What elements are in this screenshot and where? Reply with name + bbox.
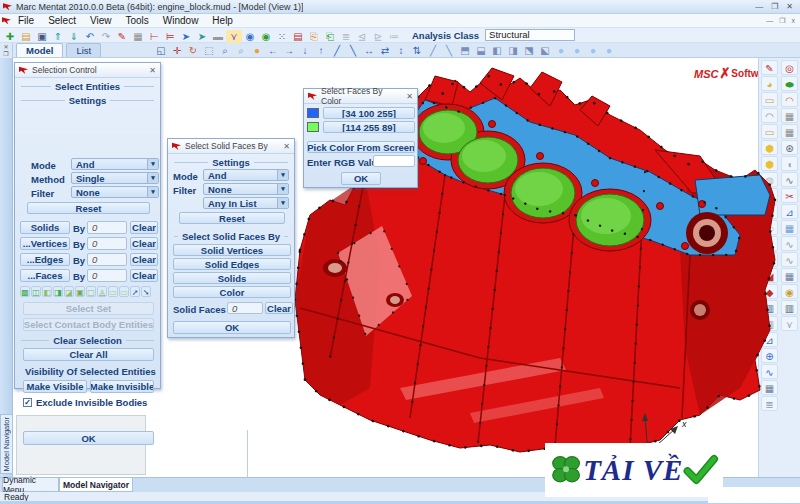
- sel-dir-down-icon[interactable]: ➘: [141, 286, 151, 297]
- panel-pin-icon[interactable]: ❐: [3, 50, 8, 57]
- sel-plane-icon[interactable]: ▣: [75, 286, 85, 297]
- sel-visible-icon[interactable]: ◫: [31, 286, 41, 297]
- list-4-icon[interactable]: ≔: [386, 30, 402, 43]
- pan-down-icon[interactable]: ↓: [297, 44, 313, 57]
- sel-box-icon[interactable]: ◧: [42, 286, 52, 297]
- color-value-blue-button[interactable]: [34 100 255]: [323, 107, 415, 119]
- model-navigator-vertical-tab[interactable]: Model Navigator: [0, 414, 13, 474]
- close-icon[interactable]: ✕: [406, 92, 413, 101]
- ok-button[interactable]: OK: [23, 431, 154, 445]
- rot-cw-icon[interactable]: ╲: [345, 44, 361, 57]
- zoom-out-icon[interactable]: ⌕: [233, 44, 249, 57]
- new-icon[interactable]: ✚: [2, 30, 18, 43]
- exclude-invisible-checkbox[interactable]: ✓: [23, 398, 32, 407]
- save-up-icon[interactable]: ⇑: [50, 30, 66, 43]
- reset-button[interactable]: Reset: [179, 212, 285, 224]
- close-icon[interactable]: ✕: [149, 66, 156, 75]
- sel-all-icon[interactable]: ▩: [20, 286, 30, 297]
- pick-color-button[interactable]: Pick Color From Screen: [307, 141, 415, 153]
- minimize-button[interactable]: —: [755, 1, 763, 13]
- fit-view-icon[interactable]: ◱: [153, 44, 169, 57]
- solid-edges-button[interactable]: Solid Edges: [173, 258, 291, 270]
- color-button[interactable]: Color: [173, 286, 291, 298]
- ok-button[interactable]: OK: [341, 172, 381, 185]
- tab-model-navigator[interactable]: Model Navigator: [59, 478, 133, 492]
- procedure-icon[interactable]: ⊨: [162, 30, 178, 43]
- select-solid-faces-titlebar[interactable]: Select Solid Faces By ✕: [168, 139, 294, 154]
- selection-control-titlebar[interactable]: Selection Control ✕: [15, 63, 160, 78]
- vertices-button[interactable]: ...Vertices: [20, 237, 70, 250]
- sel-poly-icon[interactable]: ◨: [53, 286, 63, 297]
- list-3-icon[interactable]: ⊵: [370, 30, 386, 43]
- edges-clear-button[interactable]: Clear: [130, 253, 158, 266]
- rot-x2-icon[interactable]: ⇄: [377, 44, 393, 57]
- reset-view-icon[interactable]: ↻: [185, 44, 201, 57]
- edges-count-field[interactable]: 0: [87, 253, 127, 266]
- solids-button[interactable]: Solids: [173, 272, 291, 284]
- sel-dir-up-icon[interactable]: ➚: [130, 286, 140, 297]
- save-down-icon[interactable]: ⇓: [66, 30, 82, 43]
- redo-icon[interactable]: ↷: [98, 30, 114, 43]
- sel-tri-icon[interactable]: ◬: [97, 286, 107, 297]
- pan-right-icon[interactable]: →: [281, 44, 297, 57]
- center-view-icon[interactable]: ✛: [169, 44, 185, 57]
- vertices-clear-button[interactable]: Clear: [130, 237, 158, 250]
- pan-left-icon[interactable]: ←: [265, 44, 281, 57]
- solid-vertices-button[interactable]: Solid Vertices: [173, 244, 291, 256]
- mode-combo[interactable]: And▾: [71, 158, 159, 170]
- solids-clear-button[interactable]: Clear: [130, 221, 158, 234]
- tab-list[interactable]: List: [66, 43, 101, 57]
- view-sphere-2-icon[interactable]: ●: [569, 44, 585, 57]
- view-cube-4-icon[interactable]: ◨: [505, 44, 521, 57]
- rot-z-icon[interactable]: ╱: [425, 44, 441, 57]
- edges-button[interactable]: ...Edges: [20, 253, 70, 266]
- analysis-class-combo[interactable]: Structural: [485, 29, 575, 41]
- solid-faces-count-field[interactable]: 0: [227, 302, 263, 314]
- filter-combo[interactable]: None▾: [71, 186, 159, 198]
- filter-combo[interactable]: None▾: [203, 183, 289, 195]
- calculator-icon[interactable]: ▤: [290, 30, 306, 43]
- sel-outline-icon[interactable]: ◪: [64, 286, 74, 297]
- rot-ccw-icon[interactable]: ╱: [329, 44, 345, 57]
- list-mode-combo[interactable]: Any In List▾: [203, 197, 289, 209]
- zoom-box-icon[interactable]: ⬚: [201, 44, 217, 57]
- mdi-minimize-button[interactable]: —: [766, 17, 773, 25]
- rot-x-icon[interactable]: ↔: [361, 44, 377, 57]
- mode-combo[interactable]: And▾: [203, 169, 289, 181]
- undo-icon[interactable]: ↶: [82, 30, 98, 43]
- color-swatch-green[interactable]: [307, 122, 319, 132]
- sel-empty-icon[interactable]: ▢: [86, 286, 96, 297]
- filter-funnel-icon[interactable]: ⋎: [226, 30, 242, 43]
- roller-ball-icon[interactable]: ●: [249, 44, 265, 57]
- select-contact-button[interactable]: Select Contact Body Entities: [23, 318, 154, 331]
- view-sphere-3-icon[interactable]: ●: [585, 44, 601, 57]
- save-icon[interactable]: ▣: [34, 30, 50, 43]
- pick-poly-icon[interactable]: ➤: [194, 30, 210, 43]
- globe-blue-icon[interactable]: ◉: [242, 30, 258, 43]
- copy-icon[interactable]: ⎘: [306, 30, 322, 43]
- grid-points-icon[interactable]: ⁙: [274, 30, 290, 43]
- view-sphere-4-icon[interactable]: ●: [601, 44, 617, 57]
- tab-dynamic-menu[interactable]: Dynamic Menu: [2, 478, 59, 492]
- history-icon[interactable]: ⊢: [146, 30, 162, 43]
- list-1-icon[interactable]: ≣: [338, 30, 354, 43]
- rot-y2-icon[interactable]: ⇅: [409, 44, 425, 57]
- clear-button[interactable]: Clear: [265, 302, 293, 314]
- faces-button[interactable]: ...Faces: [20, 269, 70, 282]
- paste-icon[interactable]: ⎗: [322, 30, 338, 43]
- select-set-button[interactable]: Select Set: [23, 302, 154, 315]
- view-cube-2-icon[interactable]: ⬓: [473, 44, 489, 57]
- view-cube-6-icon[interactable]: ⬕: [537, 44, 553, 57]
- sel-strip1-icon[interactable]: ▭: [108, 286, 118, 297]
- view-cube-3-icon[interactable]: ◧: [489, 44, 505, 57]
- tab-model[interactable]: Model: [16, 43, 63, 57]
- view-sphere-1-icon[interactable]: ●: [553, 44, 569, 57]
- pick-arrow-icon[interactable]: ➤: [178, 30, 194, 43]
- rot-y-icon[interactable]: ↕: [393, 44, 409, 57]
- reset-button[interactable]: Reset: [27, 202, 150, 214]
- vertices-count-field[interactable]: 0: [87, 237, 127, 250]
- table-icon[interactable]: ▦: [130, 30, 146, 43]
- make-invisible-button[interactable]: Make Invisible: [90, 380, 154, 393]
- mdi-close-button[interactable]: x: [792, 17, 796, 25]
- sel-strip2-icon[interactable]: ▭: [119, 286, 129, 297]
